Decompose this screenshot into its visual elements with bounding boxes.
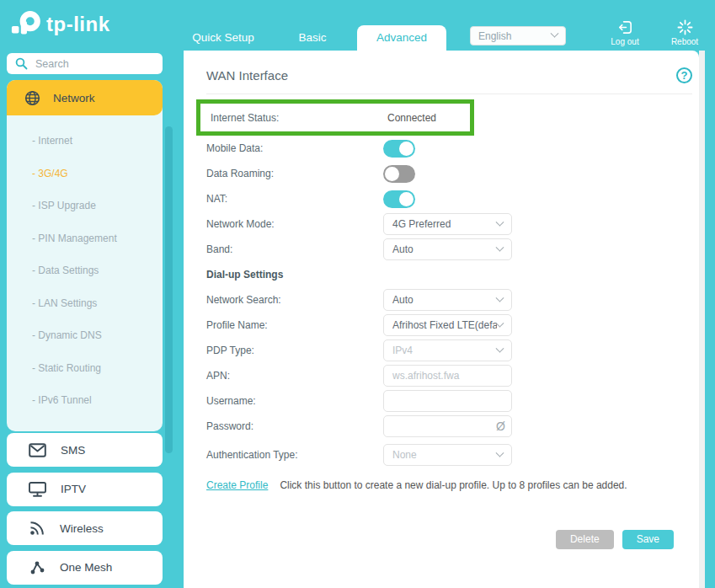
reboot-button[interactable]: Reboot xyxy=(658,19,712,46)
reboot-icon xyxy=(677,19,693,35)
sidebar-item-pin-management[interactable]: - PIN Management xyxy=(32,222,163,255)
tp-link-logo: tp-link xyxy=(10,9,110,40)
data-roaming-toggle[interactable] xyxy=(383,165,415,183)
top-header: tp-link Quick Setup Basic Advanced Engli… xyxy=(0,0,715,51)
sidebar-item-sms[interactable]: SMS xyxy=(7,433,163,467)
logout-button[interactable]: Log out xyxy=(598,19,652,46)
router-admin-page: tp-link Quick Setup Basic Advanced Engli… xyxy=(0,0,715,588)
network-mode-row: Network Mode: 4G Preferred xyxy=(206,211,692,237)
create-profile-link[interactable]: Create Profile xyxy=(206,479,268,491)
password-label: Password: xyxy=(206,420,383,432)
username-row: Username: xyxy=(206,388,692,414)
language-dropdown[interactable]: English xyxy=(470,26,566,45)
sidebar-item-data-settings[interactable]: - Data Settings xyxy=(32,254,163,287)
network-search-select[interactable]: Auto xyxy=(383,289,512,311)
network-mode-value: 4G Preferred xyxy=(392,218,451,230)
mesh-nodes-icon xyxy=(29,559,45,576)
main-nav-tabs: Quick Setup Basic Advanced xyxy=(179,0,446,51)
sidebar-scrollbar-thumb[interactable] xyxy=(165,126,173,453)
search-icon xyxy=(15,57,28,70)
sidebar-item-iptv[interactable]: IPTV xyxy=(7,473,163,506)
profile-name-label: Profile Name: xyxy=(206,319,383,331)
network-search-label: Network Search: xyxy=(206,294,383,306)
profile-name-value: Afrihost Fixed LTE(defa... xyxy=(392,319,497,331)
authentication-type-value: None xyxy=(392,449,417,461)
tab-basic[interactable]: Basic xyxy=(268,25,357,51)
mobile-data-label: Mobile Data: xyxy=(206,142,383,154)
sidebar-item-isp-upgrade[interactable]: - ISP Upgrade xyxy=(32,190,163,222)
network-search-value: Auto xyxy=(392,294,414,306)
toggle-knob xyxy=(399,142,414,156)
main-scrollbar-track[interactable] xyxy=(699,51,705,588)
chevron-down-icon xyxy=(496,318,504,327)
password-input[interactable] xyxy=(383,415,512,437)
reboot-label: Reboot xyxy=(658,37,712,46)
band-select[interactable]: Auto xyxy=(383,238,512,260)
chevron-down-icon xyxy=(496,217,504,226)
apn-row: APN: xyxy=(206,363,692,388)
chevron-down-icon xyxy=(496,344,504,352)
sidebar-item-lan-settings[interactable]: - LAN Settings xyxy=(32,287,163,320)
sidebar-item-one-mesh[interactable]: One Mesh xyxy=(7,551,163,585)
toggle-knob xyxy=(399,192,414,206)
chevron-down-icon xyxy=(496,243,504,251)
save-button[interactable]: Save xyxy=(622,530,674,549)
nat-label: NAT: xyxy=(206,193,383,205)
globe-icon xyxy=(24,90,40,106)
tab-advanced[interactable]: Advanced xyxy=(357,25,446,51)
pdp-type-label: PDP Type: xyxy=(206,345,383,356)
chevron-down-icon xyxy=(496,448,504,457)
mobile-data-toggle[interactable] xyxy=(383,140,415,158)
wifi-icon xyxy=(29,520,45,537)
sidebar-iptv-label: IPTV xyxy=(61,483,86,495)
sidebar-item-wireless[interactable]: Wireless xyxy=(7,511,163,545)
sidebar-item-network[interactable]: Network xyxy=(7,80,163,115)
authentication-type-select[interactable]: None xyxy=(383,444,512,466)
sidebar-network-label: Network xyxy=(53,92,95,104)
username-input[interactable] xyxy=(383,390,512,412)
envelope-icon xyxy=(29,443,46,457)
username-label: Username: xyxy=(206,395,383,407)
toggle-knob xyxy=(385,167,399,181)
profile-name-row: Profile Name: Afrihost Fixed LTE(defa... xyxy=(206,313,692,338)
sidebar-item-ipv6-tunnel[interactable]: - IPv6 Tunnel xyxy=(32,384,163,417)
network-mode-label: Network Mode: xyxy=(206,218,383,230)
sidebar-item-internet[interactable]: - Internet xyxy=(32,125,163,158)
search-placeholder: Search xyxy=(35,58,69,70)
mobile-data-row: Mobile Data: xyxy=(206,136,692,161)
sidebar-item-3g4g[interactable]: - 3G/4G xyxy=(32,158,163,190)
network-mode-select[interactable]: 4G Preferred xyxy=(383,213,512,235)
data-roaming-row: Data Roaming: xyxy=(206,161,692,186)
page-title: WAN Interface xyxy=(206,68,288,83)
sidebar-one-mesh-label: One Mesh xyxy=(60,561,112,574)
band-value: Auto xyxy=(392,243,414,255)
pdp-type-row: PDP Type: IPv4 xyxy=(206,338,692,363)
sidebar-wireless-label: Wireless xyxy=(60,522,104,535)
tab-quick-setup[interactable]: Quick Setup xyxy=(179,25,268,51)
sidebar-item-static-routing[interactable]: - Static Routing xyxy=(32,352,163,385)
network-menu-panel: Network - Internet - 3G/4G - ISP Upgrade… xyxy=(7,80,163,431)
apn-input[interactable] xyxy=(383,365,512,387)
create-profile-description: Click this button to create a new dial-u… xyxy=(280,479,627,491)
authentication-type-label: Authentication Type: xyxy=(206,449,383,461)
delete-button[interactable]: Delete xyxy=(556,530,614,549)
internet-status-value: Connected xyxy=(387,112,436,124)
data-roaming-label: Data Roaming: xyxy=(206,168,383,179)
internet-status-label: Internet Status: xyxy=(211,112,387,124)
help-icon[interactable]: ? xyxy=(676,67,692,83)
pdp-type-select[interactable]: IPv4 xyxy=(383,339,512,361)
chevron-down-icon xyxy=(496,293,504,302)
sidebar-item-dynamic-dns[interactable]: - Dynamic DNS xyxy=(32,319,163,352)
dialup-settings-row: Dial-up Settings xyxy=(206,262,692,287)
network-search-row: Network Search: Auto xyxy=(206,287,692,313)
network-submenu: - Internet - 3G/4G - ISP Upgrade - PIN M… xyxy=(7,115,163,417)
profile-name-select[interactable]: Afrihost Fixed LTE(defa... xyxy=(383,314,512,336)
apn-label: APN: xyxy=(206,370,383,382)
search-input[interactable]: Search xyxy=(7,53,163,74)
band-row: Band: Auto xyxy=(206,237,692,262)
tp-link-logo-icon xyxy=(10,9,42,40)
password-row: Password: Ø xyxy=(206,414,692,439)
nat-toggle[interactable] xyxy=(383,190,415,208)
eye-off-icon[interactable]: Ø xyxy=(496,420,505,433)
create-profile-row: Create Profile Click this button to crea… xyxy=(206,479,692,491)
